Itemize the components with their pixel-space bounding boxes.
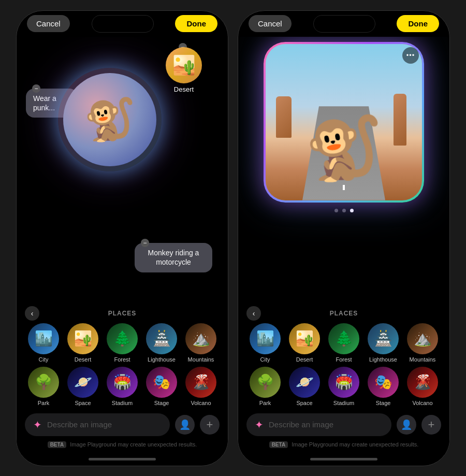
phone2-person-button[interactable]: 👤: [397, 415, 416, 435]
place-icon-desert: 🏜️: [67, 323, 98, 354]
phone2-places-title: PLACES: [330, 310, 358, 317]
place-icon-stage: 🎭: [146, 367, 177, 398]
place-label-stage: Stage: [154, 400, 169, 406]
phone2-input-placeholder: Describe an image: [269, 420, 333, 429]
phone2-monkey-scene: 🐒: [266, 44, 422, 200]
phone1-done-button[interactable]: Done: [175, 15, 217, 32]
phone1-places-grid: 🏙️ City 🏜️ Desert 🌲 Forest 🏯: [25, 323, 220, 406]
place-item-space[interactable]: 🪐 Space: [64, 367, 101, 406]
place-label-space: Space: [75, 400, 91, 406]
phone2-more-button[interactable]: •••: [402, 47, 419, 64]
phone2-dynamic-island: [313, 15, 375, 33]
phone1-input-placeholder: Describe an image: [47, 420, 112, 429]
place-item-forest[interactable]: 🌲 Forest: [104, 323, 141, 363]
phone1-home-indicator: [89, 458, 156, 460]
p2-place-icon-desert: 🏜️: [289, 323, 320, 354]
place-label-city: City: [39, 356, 49, 363]
p2-place-icon-volcano: 🌋: [407, 367, 438, 398]
place-item-desert[interactable]: 🏜️ Desert: [64, 323, 101, 363]
p2-place-icon-forest: 🌲: [328, 323, 359, 354]
p2-place-icon-stage: 🎭: [368, 367, 399, 398]
place-item-volcano[interactable]: 🌋 Volcano: [182, 367, 220, 406]
phone2-home-indicator: [310, 458, 377, 460]
phone1-person-button[interactable]: 👤: [175, 415, 195, 435]
p2-place-label-park: Park: [259, 400, 271, 406]
phone2-plus-button[interactable]: +: [421, 415, 441, 435]
p2-place-item-lighthouse[interactable]: 🏯 Lighthouse: [365, 323, 402, 363]
place-icon-city: 🏙️: [28, 323, 59, 354]
page-dot-3: [350, 209, 354, 212]
phone1-image-input-wrap[interactable]: ✦ Describe an image: [25, 413, 170, 436]
phone2-sparkle-icon: ✦: [255, 419, 264, 431]
p2-place-icon-lighthouse: 🏯: [368, 323, 399, 354]
phone2-cancel-button[interactable]: Cancel: [249, 15, 292, 32]
phone-1: Cancel Done Wear a punk... 🐒 −: [16, 10, 228, 466]
place-icon-space: 🪐: [67, 367, 98, 398]
place-icon-stadium: 🏟️: [107, 367, 138, 398]
place-label-lighthouse: Lighthouse: [148, 356, 176, 363]
place-icon-lighthouse: 🏯: [146, 323, 177, 354]
phone1-back-button[interactable]: ‹: [25, 306, 39, 321]
place-icon-volcano: 🌋: [185, 367, 216, 398]
phone2-top-bar: Cancel Done: [238, 11, 449, 37]
p2-place-label-volcano: Volcano: [412, 400, 432, 406]
phone1-motorcycle-caption[interactable]: Monkey riding a motorcycle: [135, 243, 212, 272]
p2-place-icon-space: 🪐: [289, 367, 320, 398]
phone1-places-section: ‹ PLACES 🏙️ City 🏜️ Desert: [17, 304, 228, 406]
phone-2: Cancel Done: [238, 10, 450, 466]
p2-plus-icon: +: [428, 418, 435, 431]
phone2-bottom-panel: ‹ PLACES 🏙️ City 🏜️ Desert: [238, 304, 449, 455]
phone2-image-input-wrap[interactable]: ✦ Describe an image: [246, 413, 391, 436]
more-icon: •••: [406, 51, 415, 59]
phone2-canvas: 🐒 •••: [238, 37, 449, 304]
p2-place-item-city[interactable]: 🏙️ City: [246, 323, 284, 363]
phone2-beta-badge: BETA: [269, 441, 288, 448]
phone2-places-section: ‹ PLACES 🏙️ City 🏜️ Desert: [238, 304, 449, 406]
phone1-top-bar: Cancel Done: [17, 11, 228, 37]
place-item-stadium[interactable]: 🏟️ Stadium: [104, 367, 141, 406]
phone1-canvas: Wear a punk... 🐒 − 🏜️ Desert Monkey ridi: [17, 37, 228, 304]
phone1-monkey-bubble-inner: 🐒: [63, 73, 156, 166]
p2-place-item-desert[interactable]: 🏜️ Desert: [286, 323, 323, 363]
phone2-back-button[interactable]: ‹: [246, 306, 261, 321]
p2-place-item-space[interactable]: 🪐 Space: [286, 367, 323, 406]
place-item-mountains[interactable]: ⛰️ Mountains: [182, 323, 220, 363]
rock-right: [394, 94, 406, 146]
phone1-monkey-bubble[interactable]: 🐒: [58, 68, 162, 171]
p2-place-icon-city: 🏙️: [250, 323, 281, 354]
place-label-forest: Forest: [114, 356, 130, 363]
phone1-desert-label: Desert: [174, 85, 194, 93]
phone2-done-button[interactable]: Done: [397, 15, 439, 32]
phones-container: Cancel Done Wear a punk... 🐒 −: [16, 10, 450, 466]
p2-place-item-park[interactable]: 🌳 Park: [246, 367, 284, 406]
p2-place-item-stage[interactable]: 🎭 Stage: [365, 367, 402, 406]
rock-left: [276, 96, 292, 138]
p2-place-label-mountains: Mountains: [410, 356, 436, 363]
phone1-input-bar: ✦ Describe an image 👤 +: [17, 408, 228, 441]
place-item-stage[interactable]: 🎭 Stage: [143, 367, 180, 406]
p2-place-item-volcano[interactable]: 🌋 Volcano: [404, 367, 441, 406]
p2-place-item-mountains[interactable]: ⛰️ Mountains: [404, 323, 441, 363]
phone1-desert-bubble[interactable]: − 🏜️ Desert: [166, 47, 202, 93]
place-item-park[interactable]: 🌳 Park: [25, 367, 62, 406]
page-dot-1: [334, 209, 338, 212]
p2-place-label-city: City: [260, 356, 270, 363]
p2-place-item-forest[interactable]: 🌲 Forest: [325, 323, 362, 363]
phone2-canvas-right: 🐒 •••: [238, 37, 449, 304]
p2-person-icon: 👤: [401, 419, 412, 430]
p2-place-label-lighthouse: Lighthouse: [369, 356, 397, 363]
p2-place-icon-mountains: ⛰️: [407, 323, 438, 354]
page-dot-2: [342, 209, 346, 212]
phone2-monkey-emoji: 🐒: [305, 112, 383, 185]
phone1-dynamic-island: [92, 15, 154, 33]
phone1-cancel-button[interactable]: Cancel: [27, 15, 70, 32]
p2-place-icon-park: 🌳: [250, 367, 281, 398]
phone1-monkey-icon: 🐒: [63, 73, 156, 166]
place-item-city[interactable]: 🏙️ City: [25, 323, 62, 363]
place-item-lighthouse[interactable]: 🏯 Lighthouse: [143, 323, 180, 363]
phone1-sparkle-icon: ✦: [33, 419, 42, 431]
p2-place-label-stage: Stage: [376, 400, 391, 406]
phone1-plus-button[interactable]: +: [200, 415, 220, 435]
phone2-input-bar: ✦ Describe an image 👤 +: [238, 408, 449, 441]
p2-place-item-stadium[interactable]: 🏟️ Stadium: [325, 367, 362, 406]
